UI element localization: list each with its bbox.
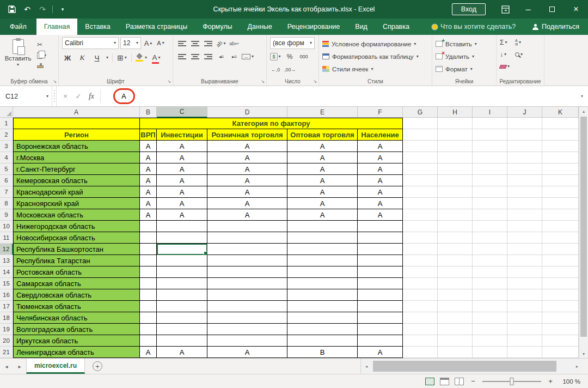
paste-button[interactable]: Вставить ▾ [3, 37, 33, 77]
clipboard-dialog-launcher-icon[interactable]: ↘ [53, 80, 57, 84]
maximize-button[interactable] [540, 0, 564, 19]
font-size-combobox[interactable]: 12 ▾ [120, 37, 141, 49]
tell-me-search[interactable]: Что вы хотите сделать? [432, 19, 516, 35]
row-header-5[interactable]: 5 [0, 163, 13, 175]
zoom-level[interactable]: 100 % [560, 378, 580, 385]
cell-B15[interactable] [140, 278, 157, 289]
cell-A14[interactable]: Ростовская область [13, 266, 140, 278]
cell-F20[interactable] [358, 335, 403, 347]
cell-I10[interactable] [473, 221, 507, 232]
share-button[interactable]: Поделиться [532, 19, 588, 35]
cell-C19[interactable] [157, 324, 207, 335]
cell-B3[interactable]: А [140, 141, 157, 152]
cell-H19[interactable] [438, 324, 473, 335]
cell-K20[interactable] [542, 335, 579, 347]
cell-G10[interactable] [403, 221, 438, 232]
font-color-button[interactable]: А▾ [151, 52, 162, 63]
cell-J15[interactable] [507, 278, 542, 289]
row-header-2[interactable]: 2 [0, 129, 13, 141]
sheet-tab-microexcel[interactable]: microexcel.ru [26, 359, 85, 374]
cell-K11[interactable] [542, 232, 579, 244]
zoom-slider[interactable] [482, 381, 541, 382]
cell-B18[interactable] [140, 312, 157, 324]
shrink-font-button[interactable]: А▾ [155, 38, 166, 48]
cell-K10[interactable] [542, 221, 579, 232]
row-header-11[interactable]: 11 [0, 232, 13, 244]
cell-G16[interactable] [403, 289, 438, 301]
cell-F10[interactable] [358, 221, 403, 232]
zoom-in-button[interactable]: + [547, 377, 554, 385]
decrease-decimal-button[interactable]: ,00→ [284, 64, 296, 75]
column-header-F[interactable]: F [358, 107, 403, 118]
minimize-button[interactable]: ─ [516, 0, 540, 19]
cell-J2[interactable] [507, 129, 542, 141]
cell-K3[interactable] [542, 141, 579, 152]
view-page-layout-button[interactable] [440, 378, 449, 385]
cell-A3[interactable]: Воронежская область [13, 141, 140, 152]
cell-A7[interactable]: Краснодарский край [13, 186, 140, 198]
sort-filter-button[interactable]: АЯ▾ [515, 38, 523, 47]
cell-G1[interactable] [403, 118, 438, 129]
column-header-A[interactable]: A [13, 107, 140, 118]
cell-F13[interactable] [358, 255, 403, 266]
cell-B16[interactable] [140, 289, 157, 301]
cell-I13[interactable] [473, 255, 507, 266]
row-header-16[interactable]: 16 [0, 289, 13, 301]
cell-D11[interactable] [207, 232, 287, 244]
cell-G20[interactable] [403, 335, 438, 347]
cell-B5[interactable]: А [140, 163, 157, 175]
cell-E9[interactable]: А [287, 209, 358, 221]
cell-E18[interactable] [287, 312, 358, 324]
cell-C2[interactable]: Инвестиции [157, 129, 207, 141]
cell-A18[interactable]: Челябинская область [13, 312, 140, 324]
cell-H12[interactable] [438, 244, 473, 255]
cell-A21[interactable]: Ленинградская область [13, 347, 140, 358]
cell-J6[interactable] [507, 175, 542, 186]
cell-E15[interactable] [287, 278, 358, 289]
cell-H2[interactable] [438, 129, 473, 141]
cell-K7[interactable] [542, 186, 579, 198]
cell-J18[interactable] [507, 312, 542, 324]
cell-E12[interactable] [287, 244, 358, 255]
cell-A2[interactable]: Регион [13, 129, 140, 141]
cell-A4[interactable]: г.Москва [13, 152, 140, 163]
cell-E19[interactable] [287, 324, 358, 335]
format-cells-button[interactable]: Формат▾ [436, 63, 494, 75]
sign-in-button[interactable]: Вход [452, 3, 486, 15]
cell-J12[interactable] [507, 244, 542, 255]
cell-B14[interactable] [140, 266, 157, 278]
ribbon-tab-5[interactable]: Рецензирование [280, 19, 348, 35]
italic-button[interactable]: К [77, 52, 88, 63]
cell-H18[interactable] [438, 312, 473, 324]
cell-F7[interactable]: А [358, 186, 403, 198]
cell-I1[interactable] [473, 118, 507, 129]
cell-styles-button[interactable]: Стили ячеек▾ [322, 63, 430, 75]
cell-I12[interactable] [473, 244, 507, 255]
cell-H7[interactable] [438, 186, 473, 198]
cell-B13[interactable] [140, 255, 157, 266]
cell-E13[interactable] [287, 255, 358, 266]
increase-indent-button[interactable]: ▸≡ [229, 51, 240, 62]
cell-D13[interactable] [207, 255, 287, 266]
sheet-nav-right-icon[interactable]: ▸ [13, 359, 26, 374]
cell-I20[interactable] [473, 335, 507, 347]
cell-E10[interactable] [287, 221, 358, 232]
cell-C9[interactable]: А [157, 209, 207, 221]
format-painter-button[interactable] [37, 62, 46, 71]
cell-I2[interactable] [473, 129, 507, 141]
cell-E20[interactable] [287, 335, 358, 347]
cell-G7[interactable] [403, 186, 438, 198]
cell-K1[interactable] [542, 118, 579, 129]
cell-F2[interactable]: Население [358, 129, 403, 141]
ribbon-tab-3[interactable]: Формулы [195, 19, 240, 35]
cell-I4[interactable] [473, 152, 507, 163]
cell-J10[interactable] [507, 221, 542, 232]
number-dialog-launcher-icon[interactable]: ↘ [313, 80, 317, 84]
row-header-18[interactable]: 18 [0, 312, 13, 324]
cell-G21[interactable] [403, 347, 438, 358]
row-header-10[interactable]: 10 [0, 221, 13, 232]
cell-C4[interactable]: А [157, 152, 207, 163]
select-all-button[interactable] [0, 107, 13, 118]
align-right-button[interactable] [203, 51, 213, 62]
row-header-17[interactable]: 17 [0, 301, 13, 312]
